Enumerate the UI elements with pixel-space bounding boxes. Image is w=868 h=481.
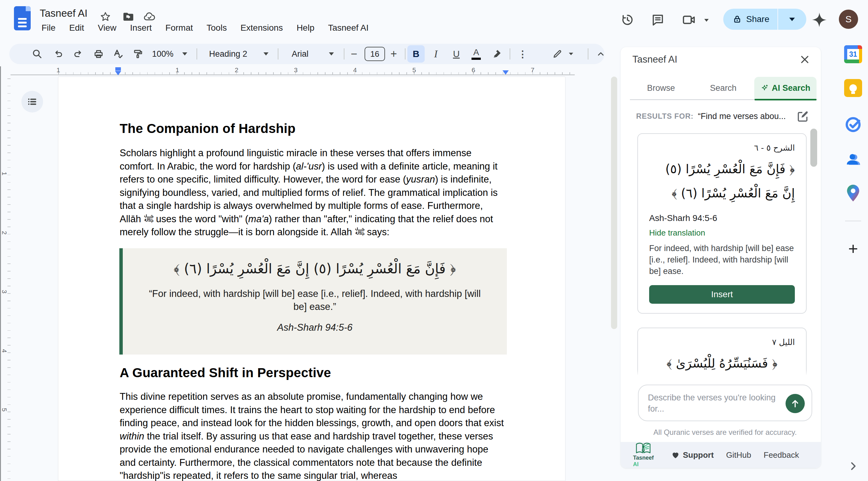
top-bar: Tasneef AI File Edit View Insert Format … [0, 0, 868, 42]
tab-browse[interactable]: Browse [630, 77, 692, 99]
italic-button[interactable]: I [434, 48, 437, 60]
comments-icon[interactable] [650, 12, 666, 28]
tab-search[interactable]: Search [692, 77, 754, 99]
menu-view[interactable]: View [95, 22, 119, 34]
menu-tools[interactable]: Tools [204, 22, 229, 34]
highlight-color-icon[interactable] [491, 49, 502, 59]
ruler-number: 5 [1, 406, 8, 413]
share-button[interactable]: Share [723, 9, 777, 30]
ai-sparkle-icon [761, 84, 769, 92]
doc-heading-shift: A Guaranteed Shift in Perspective [120, 365, 505, 380]
zoom-select[interactable]: 100% [152, 49, 173, 59]
decrease-font-size-button[interactable]: − [351, 47, 357, 60]
meet-video-icon[interactable] [681, 12, 697, 28]
verse-surah-label-arabic: الليل ٧ [649, 338, 795, 347]
share-dropdown-caret[interactable] [778, 9, 806, 30]
more-options-icon[interactable]: ⋮ [518, 49, 527, 60]
doc-quote-arabic: ﴿ فَإِنَّ مَعَ الْعُسْرِ يُسْرًا (٥) إِن… [132, 261, 498, 277]
zoom-caret[interactable] [182, 52, 187, 56]
horizontal-ruler: 1 1 2 3 4 5 6 7 [9, 66, 604, 75]
font-size-input[interactable]: 16 [365, 47, 385, 61]
ruler-number: 3 [1, 288, 8, 295]
editing-mode-pen-icon[interactable] [552, 49, 562, 59]
hide-side-panel-icon[interactable] [845, 458, 861, 474]
vertical-ruler: 1 2 3 4 5 [0, 75, 11, 481]
version-history-icon[interactable] [619, 12, 636, 28]
google-keep-icon[interactable] [844, 79, 862, 97]
google-contacts-icon[interactable] [844, 150, 862, 168]
share-button-group: Share [723, 9, 806, 30]
document-scrollbar[interactable] [611, 76, 617, 329]
verse-reference: Ash-Sharh 94:5-6 [649, 213, 795, 223]
font-caret[interactable] [329, 52, 334, 56]
toolbar: 100% Heading 2 Arial − 16 + B I U A ⋮ [9, 44, 604, 64]
underline-button[interactable]: U [453, 49, 460, 59]
undo-icon[interactable] [53, 49, 64, 59]
menu-extensions[interactable]: Extensions [238, 22, 285, 34]
verse-surah-label-arabic: الشرح ٥ - ٦ [649, 143, 795, 153]
results-query-text: “Find me verses abou... [698, 111, 786, 121]
support-link[interactable]: Support [671, 450, 714, 460]
collapse-toolbar-icon[interactable] [596, 49, 606, 59]
doc-heading-companion: The Companion of Hardship [120, 121, 505, 136]
font-select[interactable]: Arial [292, 49, 308, 59]
github-link[interactable]: GitHub [726, 450, 751, 460]
paint-format-icon[interactable] [132, 49, 143, 59]
ruler-number: 2 [1, 229, 8, 236]
ruler-number: 1 [1, 170, 8, 177]
lock-icon [733, 14, 742, 24]
doc-paragraph-1: Scholars highlight a profound linguistic… [120, 147, 505, 239]
document-page[interactable]: The Companion of Hardship Scholars highl… [58, 76, 565, 481]
increase-font-size-button[interactable]: + [390, 47, 397, 60]
docs-logo-fold [26, 6, 31, 11]
menu-edit[interactable]: Edit [67, 22, 87, 34]
account-avatar[interactable]: S [839, 10, 858, 29]
right-indent-marker[interactable] [502, 70, 509, 75]
edit-query-icon[interactable] [796, 109, 810, 123]
left-indent-marker[interactable] [115, 67, 121, 71]
doc-quote-source: Ash-Sharh 94:5-6 [132, 322, 498, 333]
tasneef-logo[interactable]: Tasneef AI [633, 442, 654, 468]
menu-bar: File Edit View Insert Format Tools Exten… [39, 22, 371, 34]
gemini-sparkle-icon[interactable] [811, 11, 828, 29]
editing-mode-caret[interactable] [569, 53, 573, 55]
feedback-link[interactable]: Feedback [764, 450, 799, 460]
tab-ai-search[interactable]: AI Search [754, 77, 816, 99]
menu-help[interactable]: Help [294, 22, 317, 34]
document-outline-button[interactable] [21, 91, 43, 113]
google-tasks-icon[interactable] [844, 116, 862, 134]
insert-verse-button[interactable]: Insert [649, 285, 795, 304]
tasneef-ai-sidebar: Tasneef AI Browse Search AI Search RESUL… [621, 47, 821, 468]
rail-divider [845, 221, 861, 221]
menu-format[interactable]: Format [163, 22, 196, 34]
get-add-ons-icon[interactable]: + [844, 239, 862, 258]
document-title[interactable]: Tasneef AI [40, 7, 87, 19]
redo-icon[interactable] [73, 49, 83, 59]
sidebar-title: Tasneef AI [632, 54, 677, 65]
first-line-indent-marker[interactable] [115, 71, 121, 75]
send-button[interactable] [785, 394, 805, 413]
google-maps-icon[interactable] [844, 184, 862, 202]
results-for-row: RESULTS FOR: “Find me verses abou... [636, 109, 810, 123]
bold-button[interactable]: B [407, 45, 425, 63]
sidebar-tabs: Browse Search AI Search [630, 77, 816, 99]
menu-insert[interactable]: Insert [128, 22, 154, 34]
google-calendar-icon[interactable]: 31 [844, 45, 862, 63]
hide-translation-link[interactable]: Hide translation [649, 228, 795, 238]
results-for-label: RESULTS FOR: [636, 112, 693, 121]
verse-arabic-text: ﴿ فَسَنُيَسِّرُهُ لِلْيُسْرَىٰ ﴾ [649, 351, 795, 375]
doc-quote-block: ﴿ فَإِنَّ مَعَ الْعُسْرِ يُسْرًا (٥) إِن… [119, 248, 507, 355]
spellcheck-icon[interactable] [113, 49, 124, 60]
sidebar-results-scrollbar[interactable] [810, 129, 817, 167]
menu-tasneef-ai[interactable]: Tasneef AI [326, 22, 371, 34]
paragraph-style-caret[interactable] [264, 52, 269, 56]
google-docs-logo-icon[interactable] [14, 6, 31, 30]
text-color-button[interactable]: A [471, 48, 481, 60]
meet-dropdown-caret[interactable] [704, 18, 709, 23]
search-menus-icon[interactable] [32, 49, 42, 59]
print-icon[interactable] [93, 49, 104, 59]
ruler-number: 4 [1, 347, 8, 355]
menu-file[interactable]: File [39, 22, 58, 34]
close-sidebar-icon[interactable] [798, 53, 812, 66]
paragraph-style-select[interactable]: Heading 2 [209, 49, 247, 59]
